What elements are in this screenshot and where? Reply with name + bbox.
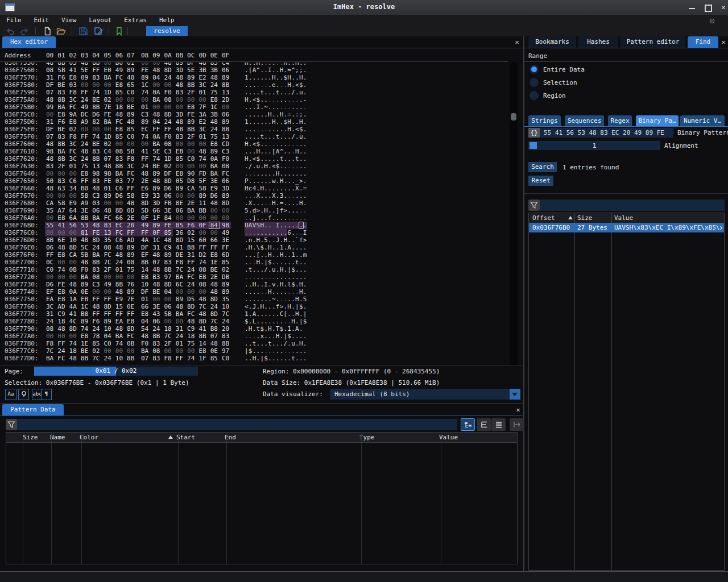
hex-byte[interactable]: B0 — [81, 185, 88, 192]
hex-byte[interactable]: 48 — [46, 155, 53, 163]
hex-byte[interactable]: 00 — [222, 214, 229, 222]
hex-byte[interactable]: 11 — [198, 199, 206, 207]
hex-byte[interactable]: 07 — [46, 133, 53, 140]
ascii-char[interactable]: . — [268, 229, 272, 236]
hex-byte[interactable]: DC — [81, 111, 88, 118]
hex-byte[interactable]: 58 — [127, 192, 134, 199]
hex-byte[interactable]: 00 — [210, 207, 218, 214]
hex-byte[interactable]: 10 — [69, 236, 77, 244]
ascii-char[interactable]: . — [245, 103, 249, 111]
hex-byte[interactable]: C0 — [187, 155, 195, 163]
ascii-char[interactable]: . — [245, 133, 249, 140]
hex-byte[interactable]: 53 — [81, 222, 88, 229]
hex-byte[interactable]: EF — [141, 251, 148, 259]
hex-byte[interactable]: 97 — [164, 273, 172, 281]
hex-byte[interactable]: FC — [222, 170, 229, 177]
ascii-char[interactable]: H — [245, 96, 249, 103]
hex-byte[interactable]: 07 — [141, 355, 148, 362]
hex-byte[interactable]: 4C — [69, 318, 77, 325]
ascii-char[interactable]: f — [268, 214, 272, 222]
hex-byte[interactable]: C4 — [222, 63, 229, 66]
ascii-char[interactable]: . — [245, 266, 249, 273]
hex-byte[interactable]: 2E — [187, 199, 195, 207]
hex-byte[interactable]: 7C — [46, 347, 53, 355]
ascii-char[interactable]: . — [276, 140, 280, 148]
ascii-char[interactable]: I — [257, 103, 260, 111]
ascii-char[interactable]: . — [276, 177, 280, 185]
ascii-char[interactable]: | — [245, 347, 249, 355]
hex-byte[interactable]: 89 — [176, 185, 183, 192]
hex-byte[interactable]: 31 — [152, 244, 160, 251]
hex-byte[interactable]: 41 — [141, 148, 148, 155]
ascii-char[interactable]: t — [295, 259, 299, 266]
ascii-char[interactable]: . — [280, 126, 284, 133]
hex-byte[interactable]: 8D — [222, 199, 229, 207]
ascii-char[interactable]: . — [303, 355, 307, 362]
hex-byte[interactable]: 3D — [222, 185, 229, 192]
ascii-char[interactable]: . — [249, 111, 253, 118]
hex-byte[interactable]: 04 — [164, 288, 172, 296]
ascii-char[interactable]: H — [257, 259, 260, 266]
ascii-char[interactable]: . — [272, 96, 276, 103]
ascii-char[interactable]: . — [291, 325, 295, 332]
ascii-char[interactable]: . — [287, 222, 291, 229]
hex-byte[interactable]: 1A — [69, 296, 77, 303]
hex-byte[interactable]: 3C — [127, 163, 134, 170]
menu-layout[interactable]: Layout — [83, 15, 118, 26]
ascii-char[interactable]: 6 — [287, 229, 291, 236]
hex-byte[interactable]: 00 — [104, 199, 111, 207]
ascii-char[interactable]: . — [280, 118, 284, 126]
hex-byte[interactable]: 02 — [69, 126, 77, 133]
hex-byte[interactable]: BE — [57, 126, 65, 133]
menu-extras[interactable]: Extras — [118, 15, 153, 26]
ascii-char[interactable]: 1 — [291, 251, 295, 259]
ascii-char[interactable]: . — [299, 347, 303, 355]
bookmark-icon[interactable] — [114, 27, 124, 36]
ascii-char[interactable]: . — [280, 140, 284, 148]
ascii-char[interactable]: / — [284, 340, 288, 347]
ascii-char[interactable]: . — [249, 170, 253, 177]
ascii-char[interactable]: . — [287, 192, 291, 199]
hex-byte[interactable]: 00 — [69, 170, 77, 177]
hex-byte[interactable]: 89 — [222, 118, 229, 126]
ascii-char[interactable]: H — [257, 63, 260, 66]
hex-byte[interactable]: 7C — [104, 259, 111, 266]
ascii-char[interactable]: H — [284, 63, 288, 66]
hex-byte[interactable]: 00 — [92, 81, 100, 89]
ascii-char[interactable]: . — [245, 229, 249, 236]
combo-arrow-icon[interactable] — [510, 389, 520, 400]
ascii-char[interactable]: . — [249, 89, 253, 96]
ascii-char[interactable]: . — [284, 214, 288, 222]
hex-byte[interactable]: C0 — [127, 133, 134, 140]
ascii-char[interactable]: t — [280, 155, 284, 163]
hex-byte[interactable]: 99 — [46, 103, 53, 111]
ascii-char[interactable]: [ — [249, 66, 253, 74]
ascii-char[interactable]: _ — [295, 177, 299, 185]
ascii-char[interactable]: . — [272, 103, 276, 111]
hex-byte[interactable]: E8 — [127, 318, 134, 325]
ascii-char[interactable]: . — [257, 177, 260, 185]
hex-byte[interactable]: 00 — [187, 148, 195, 155]
hex-byte[interactable]: E8 — [141, 273, 148, 281]
ascii-char[interactable]: . — [272, 133, 276, 140]
hex-byte[interactable]: 65 — [127, 81, 134, 89]
hex-byte[interactable]: 89 — [104, 318, 111, 325]
ascii-char[interactable]: . — [260, 126, 264, 133]
hex-byte[interactable]: 41 — [198, 325, 206, 332]
maximize-button[interactable] — [702, 3, 714, 12]
ascii-char[interactable]: . — [280, 288, 284, 296]
ascii-char[interactable]: H — [291, 318, 295, 325]
hex-byte[interactable]: 8D — [176, 236, 183, 244]
hex-byte[interactable]: 8B — [127, 355, 134, 362]
ascii-char[interactable]: m — [303, 251, 307, 259]
hex-byte[interactable]: 3C — [198, 81, 206, 89]
hex-byte[interactable]: 24 — [164, 74, 172, 81]
ascii-char[interactable]: . — [245, 340, 249, 347]
ascii-char[interactable]: . — [284, 170, 288, 177]
hex-byte[interactable]: FF — [92, 310, 100, 318]
ascii-char[interactable]: . — [295, 96, 299, 103]
ascii-char[interactable]: . — [287, 170, 291, 177]
ascii-char[interactable]: . — [295, 163, 299, 170]
hex-byte[interactable]: 48 — [210, 281, 218, 288]
ascii-char[interactable]: . — [268, 96, 272, 103]
